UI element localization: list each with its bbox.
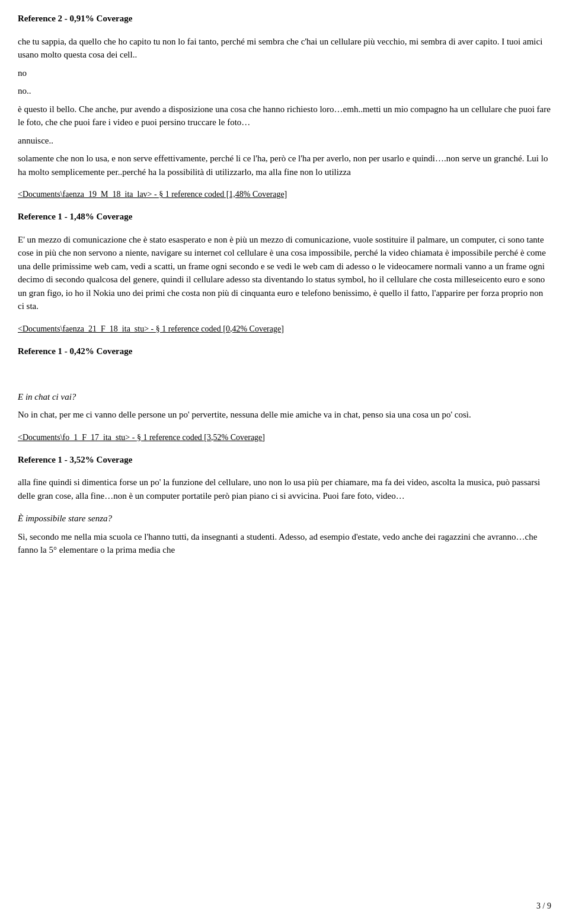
impossibile-question: È impossibile stare senza? [18,512,551,525]
ref1-heading-3: Reference 1 - 3,52% Coverage [18,453,551,467]
ref2-para4: è questo il bello. Che anche, pur avendo… [18,103,551,129]
blank-line [18,367,551,381]
ref3-para1: alla fine quindi si dimentica forse un p… [18,476,551,502]
ref1-coverage-3-section: Reference 1 - 3,52% Coverage [18,453,551,467]
doc-link-2: <Documents\faenza_21_F_18_ita_stu> - § 1… [18,323,551,335]
blank-section [18,367,551,381]
ref1-heading-1: Reference 1 - 1,48% Coverage [18,210,551,224]
doc-link-3: <Documents\fo_1_F_17_ita_stu> - § 1 refe… [18,431,551,444]
ref2-para1: che tu sappia, da quello che ho capito t… [18,35,551,62]
impossibile-answer: Sì, secondo me nella mia scuola ce l'han… [18,530,551,557]
impossibile-section: È impossibile stare senza? Sì, secondo m… [18,512,551,557]
ref3-body: alla fine quindi si dimentica forse un p… [18,476,551,502]
document-content: Reference 2 - 0,91% Coverage che tu sapp… [18,12,551,557]
chat-answer: No in chat, per me ci vanno delle person… [18,408,551,422]
chat-question: E in chat ci vai? [18,390,551,404]
doc-link-2-section: <Documents\faenza_21_F_18_ita_stu> - § 1… [18,323,551,335]
doc-link-1: <Documents\faenza_19_M_18_ita_lav> - § 1… [18,188,551,200]
ref2-annuisce: annuisce.. [18,134,551,148]
ref1-heading-2: Reference 1 - 0,42% Coverage [18,345,551,358]
ref1-coverage-2-section: Reference 1 - 0,42% Coverage [18,345,551,358]
ref2-para6: solamente che non lo usa, e non serve ef… [18,152,551,179]
ref2-body: che tu sappia, da quello che ho capito t… [18,35,551,179]
doc-link-1-section: <Documents\faenza_19_M_18_ita_lav> - § 1… [18,188,551,200]
doc-link-3-section: <Documents\fo_1_F_17_ita_stu> - § 1 refe… [18,431,551,444]
ref1-coverage-1-section: Reference 1 - 1,48% Coverage [18,210,551,224]
ref2-heading-section: Reference 2 - 0,91% Coverage [18,12,551,26]
chat-section: E in chat ci vai? No in chat, per me ci … [18,390,551,422]
ref1-body-1: E' un mezzo di comunicazione che è stato… [18,233,551,313]
ref2-para3: no.. [18,84,551,98]
ref1-para1: E' un mezzo di comunicazione che è stato… [18,233,551,313]
ref2-heading: Reference 2 - 0,91% Coverage [18,12,551,26]
ref2-para2: no [18,66,551,80]
